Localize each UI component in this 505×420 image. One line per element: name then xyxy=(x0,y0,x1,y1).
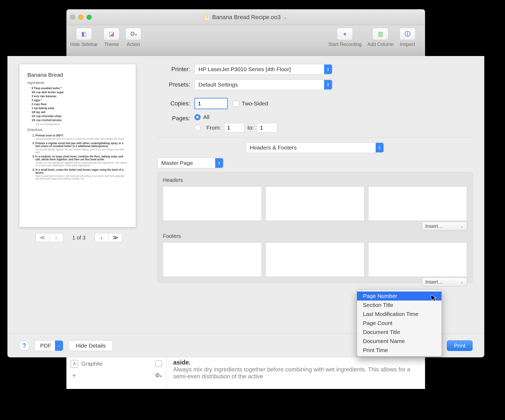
sidebar-icon: ◧ xyxy=(81,31,87,37)
add-column-label: Add Column xyxy=(367,42,394,47)
list-item: 8 Tbsp unsalted butter * xyxy=(27,86,128,90)
caret-down-icon: ⌄ xyxy=(460,280,464,284)
pdf-label: PDF xyxy=(40,342,51,349)
pages-all-radio[interactable] xyxy=(194,114,201,120)
list-item: In a medium- to large-sized bowl, combin… xyxy=(35,154,128,168)
pager-prev-button[interactable]: ‹ xyxy=(49,233,63,242)
action-label: Action xyxy=(127,42,140,47)
theme-tool[interactable]: ◪ Theme xyxy=(104,28,120,47)
document-title[interactable]: Banana Bread Recipe.oo3 ⌄ xyxy=(204,14,287,21)
insert-menu: Page Number Section Title Last Modificat… xyxy=(357,290,442,357)
insert-menu-item-section-title[interactable]: Section Title xyxy=(357,301,442,310)
window-traffic-lights xyxy=(70,15,92,20)
microphone-icon: ● xyxy=(343,31,347,37)
two-sided-label: Two-Sided xyxy=(242,100,268,107)
checkbox-icon[interactable] xyxy=(155,361,162,367)
select-arrows-icon xyxy=(215,158,223,168)
document-background: A Graphite ＋ ⚙︎▾ aside. Always mix dry i… xyxy=(66,357,425,389)
print-dialog: Banana Bread Ingredients 8 Tbsp unsalted… xyxy=(7,56,484,357)
preview-title: Banana Bread xyxy=(27,72,128,78)
master-page-select[interactable]: Master Page xyxy=(157,158,224,168)
close-window-button[interactable] xyxy=(70,15,75,20)
sidebar-item-graphite[interactable]: A Graphite xyxy=(71,360,162,367)
inspect-label: Inspect xyxy=(400,42,415,47)
app-window: Banana Bread Recipe.oo3 ⌄ ◧ Hide Sidebar… xyxy=(66,9,425,380)
insert-menu-item-last-modification-time[interactable]: Last Modification Time xyxy=(357,310,442,319)
add-column-icon: ▥ xyxy=(378,31,383,37)
header-center-field[interactable] xyxy=(265,186,364,221)
pages-from-label: From: xyxy=(206,125,221,131)
select-arrows-icon xyxy=(324,65,332,74)
document-icon xyxy=(204,14,209,20)
plus-icon[interactable]: ＋ xyxy=(71,371,78,380)
pages-to-label: to: xyxy=(248,125,254,131)
hide-sidebar-tool[interactable]: ◧ Hide Sidebar xyxy=(70,28,98,47)
list-item: In a small bowl, cream the butter and br… xyxy=(35,168,128,181)
sidebar-item-label: Graphite xyxy=(81,361,103,367)
insert-menu-item-print-time[interactable]: Print Time xyxy=(357,346,442,355)
header-left-field[interactable] xyxy=(163,186,262,221)
zoom-window-button[interactable] xyxy=(87,15,92,20)
insert-header-button[interactable]: Insert… ⌄ xyxy=(422,222,467,231)
pager-next-button[interactable]: › xyxy=(95,233,108,242)
copies-input[interactable] xyxy=(194,98,228,109)
pager-first-button[interactable]: ≪ xyxy=(36,233,49,242)
print-preview-column: Banana Bread Ingredients 8 Tbsp unsalted… xyxy=(19,64,139,283)
preview-directions-heading: Directions xyxy=(27,128,128,132)
pager-label: 1 of 3 xyxy=(72,235,86,241)
print-button[interactable]: Print xyxy=(447,340,473,351)
title-chevron-icon: ⌄ xyxy=(283,14,287,20)
insert-menu-item-document-name[interactable]: Document Name xyxy=(357,337,442,346)
presets-select[interactable]: Default Settings xyxy=(194,79,333,90)
headers-label: Headers xyxy=(163,177,467,183)
printer-value: HP LaserJet P3010 Series [4th Floor] xyxy=(198,66,291,72)
info-icon: ⓘ xyxy=(405,30,410,38)
presets-label: Presets: xyxy=(157,81,194,88)
preview-note: * (at room temperature) xyxy=(27,123,128,126)
list-item: 1 tsp baking soda xyxy=(27,106,128,110)
pages-to-input[interactable] xyxy=(257,123,277,132)
action-tool[interactable]: ⚙︎▾ Action xyxy=(125,28,141,47)
insert-label: Insert… xyxy=(425,279,443,285)
help-button[interactable]: ? xyxy=(19,341,29,351)
hide-details-button[interactable]: Hide Details xyxy=(69,340,113,351)
inspect-tool[interactable]: ⓘ Inspect xyxy=(400,28,415,47)
toolbar: ◧ Hide Sidebar ◪ Theme ⚙︎▾ Action ● Star… xyxy=(66,25,425,56)
footer-right-field[interactable] xyxy=(368,242,467,277)
two-sided-checkbox[interactable] xyxy=(233,101,239,107)
doc-line-hint: Always mix dry ingredients together befo… xyxy=(173,366,418,380)
insert-menu-item-page-number[interactable]: Page Number xyxy=(357,292,442,301)
footers-label: Footers xyxy=(163,233,467,239)
list-item: 1/8 tsp salt xyxy=(27,110,128,114)
printer-label: Printer: xyxy=(157,66,194,73)
footer-left-field[interactable] xyxy=(163,242,262,277)
pager-last-button[interactable]: ≫ xyxy=(108,233,122,242)
caret-down-icon: ⌄ xyxy=(460,224,464,228)
print-section-select[interactable]: Headers & Footers xyxy=(246,142,384,153)
list-item: 1/2 cup crushed pecans xyxy=(27,118,128,122)
list-item: Prepare a regular-sized loaf pan with ei… xyxy=(35,141,128,154)
pages-from-radio[interactable] xyxy=(194,125,201,131)
preview-steps: Preheat oven to 350°F.Always preheat the… xyxy=(27,133,128,181)
pdf-button[interactable]: PDF ⌄ xyxy=(35,340,63,351)
add-column-tool[interactable]: ▥ Add Column xyxy=(367,28,394,47)
insert-menu-item-page-count[interactable]: Page Count xyxy=(357,319,442,328)
header-right-field[interactable] xyxy=(368,186,467,221)
gear-icon[interactable]: ⚙︎▾ xyxy=(155,372,162,379)
doc-line-bold: aside. xyxy=(173,359,418,366)
master-page-value: Master Page xyxy=(161,160,193,166)
gear-icon: ⚙︎▾ xyxy=(130,31,137,37)
copies-label: Copies: xyxy=(157,100,194,107)
insert-footer-button[interactable]: Insert… ⌄ xyxy=(422,277,467,286)
printer-select[interactable]: HP LaserJet P3010 Series [4th Floor] xyxy=(194,64,333,75)
pages-from-input[interactable] xyxy=(224,123,244,132)
pages-label: Pages: xyxy=(157,114,194,122)
list-item: Preheat oven to 350°F.Always preheat the… xyxy=(35,133,128,141)
divider xyxy=(157,137,473,138)
start-recording-tool[interactable]: ● Start Recording xyxy=(328,28,362,47)
pages-all-label: All xyxy=(203,114,209,120)
footer-center-field[interactable] xyxy=(265,242,364,277)
insert-menu-item-document-title[interactable]: Document Title xyxy=(357,328,442,337)
minimize-window-button[interactable] xyxy=(78,15,83,20)
pdf-dropdown-icon: ⌄ xyxy=(55,341,63,351)
